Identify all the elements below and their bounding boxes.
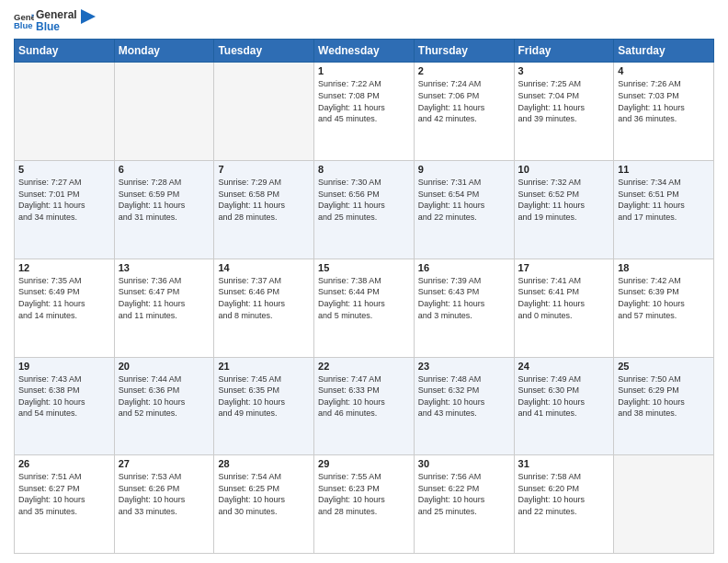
day-number: 16 — [418, 262, 510, 273]
calendar-cell: 2Sunrise: 7:24 AM Sunset: 7:06 PM Daylig… — [414, 63, 514, 161]
calendar-cell: 30Sunrise: 7:56 AM Sunset: 6:22 PM Dayli… — [414, 455, 514, 554]
calendar-cell: 31Sunrise: 7:58 AM Sunset: 6:20 PM Dayli… — [514, 455, 614, 554]
logo-icon: General Blue — [14, 11, 34, 31]
calendar-cell: 5Sunrise: 7:27 AM Sunset: 7:01 PM Daylig… — [15, 161, 115, 259]
calendar-cell: 28Sunrise: 7:54 AM Sunset: 6:25 PM Dayli… — [214, 455, 314, 554]
calendar-cell: 3Sunrise: 7:25 AM Sunset: 7:04 PM Daylig… — [514, 63, 614, 161]
calendar-cell: 12Sunrise: 7:35 AM Sunset: 6:49 PM Dayli… — [15, 259, 115, 357]
header: General Blue General Blue — [14, 9, 714, 33]
day-number: 12 — [18, 262, 110, 273]
day-info: Sunrise: 7:35 AM Sunset: 6:49 PM Dayligh… — [18, 275, 110, 321]
logo-arrow-icon — [81, 9, 96, 24]
day-info: Sunrise: 7:56 AM Sunset: 6:22 PM Dayligh… — [418, 471, 510, 517]
calendar-cell: 18Sunrise: 7:42 AM Sunset: 6:39 PM Dayli… — [614, 259, 714, 357]
day-info: Sunrise: 7:38 AM Sunset: 6:44 PM Dayligh… — [318, 275, 410, 321]
calendar-cell: 23Sunrise: 7:48 AM Sunset: 6:32 PM Dayli… — [414, 357, 514, 455]
day-number: 7 — [218, 164, 310, 175]
day-header-tuesday: Tuesday — [214, 40, 314, 63]
day-number: 24 — [518, 361, 610, 372]
day-number: 29 — [318, 458, 410, 469]
day-number: 8 — [318, 164, 410, 175]
day-number: 14 — [218, 262, 310, 273]
day-number: 26 — [18, 458, 110, 469]
day-number: 3 — [518, 65, 610, 76]
calendar-cell: 9Sunrise: 7:31 AM Sunset: 6:54 PM Daylig… — [414, 161, 514, 259]
week-row-0: 1Sunrise: 7:22 AM Sunset: 7:08 PM Daylig… — [15, 63, 714, 161]
calendar-cell: 15Sunrise: 7:38 AM Sunset: 6:44 PM Dayli… — [314, 259, 415, 357]
calendar-cell: 7Sunrise: 7:29 AM Sunset: 6:58 PM Daylig… — [214, 161, 314, 259]
calendar-cell: 21Sunrise: 7:45 AM Sunset: 6:35 PM Dayli… — [214, 357, 314, 455]
day-number: 17 — [518, 262, 610, 273]
day-number: 4 — [618, 65, 710, 76]
day-number: 27 — [119, 458, 210, 469]
day-info: Sunrise: 7:44 AM Sunset: 6:36 PM Dayligh… — [119, 373, 210, 419]
calendar-header-row: SundayMondayTuesdayWednesdayThursdayFrid… — [15, 40, 714, 63]
day-number: 30 — [418, 458, 510, 469]
day-info: Sunrise: 7:43 AM Sunset: 6:38 PM Dayligh… — [18, 373, 110, 419]
calendar-cell: 8Sunrise: 7:30 AM Sunset: 6:56 PM Daylig… — [314, 161, 415, 259]
logo: General Blue General Blue — [14, 9, 96, 33]
day-number: 25 — [618, 361, 710, 372]
day-number: 19 — [18, 361, 110, 372]
day-number: 28 — [218, 458, 310, 469]
day-number: 23 — [418, 361, 510, 372]
day-info: Sunrise: 7:27 AM Sunset: 7:01 PM Dayligh… — [18, 177, 110, 223]
day-number: 22 — [318, 361, 410, 372]
day-info: Sunrise: 7:26 AM Sunset: 7:03 PM Dayligh… — [618, 78, 710, 124]
day-number: 20 — [119, 361, 210, 372]
day-info: Sunrise: 7:25 AM Sunset: 7:04 PM Dayligh… — [518, 78, 610, 124]
day-info: Sunrise: 7:41 AM Sunset: 6:41 PM Dayligh… — [518, 275, 610, 321]
logo-text-blue: Blue — [36, 21, 77, 33]
svg-marker-3 — [81, 9, 96, 24]
day-info: Sunrise: 7:54 AM Sunset: 6:25 PM Dayligh… — [218, 471, 310, 517]
day-number: 21 — [218, 361, 310, 372]
calendar-table: SundayMondayTuesdayWednesdayThursdayFrid… — [14, 39, 714, 554]
calendar-cell: 22Sunrise: 7:47 AM Sunset: 6:33 PM Dayli… — [314, 357, 415, 455]
day-info: Sunrise: 7:28 AM Sunset: 6:59 PM Dayligh… — [119, 177, 210, 223]
calendar-cell: 19Sunrise: 7:43 AM Sunset: 6:38 PM Dayli… — [15, 357, 115, 455]
day-number: 13 — [119, 262, 210, 273]
week-row-1: 5Sunrise: 7:27 AM Sunset: 7:01 PM Daylig… — [15, 161, 714, 259]
day-number: 6 — [119, 164, 210, 175]
calendar-cell: 11Sunrise: 7:34 AM Sunset: 6:51 PM Dayli… — [614, 161, 714, 259]
day-number: 2 — [418, 65, 510, 76]
calendar-cell: 16Sunrise: 7:39 AM Sunset: 6:43 PM Dayli… — [414, 259, 514, 357]
calendar-cell: 14Sunrise: 7:37 AM Sunset: 6:46 PM Dayli… — [214, 259, 314, 357]
day-info: Sunrise: 7:47 AM Sunset: 6:33 PM Dayligh… — [318, 373, 410, 419]
calendar-cell — [114, 63, 214, 161]
day-header-sunday: Sunday — [15, 40, 115, 63]
day-header-thursday: Thursday — [414, 40, 514, 63]
week-row-2: 12Sunrise: 7:35 AM Sunset: 6:49 PM Dayli… — [15, 259, 714, 357]
day-info: Sunrise: 7:22 AM Sunset: 7:08 PM Dayligh… — [318, 78, 410, 124]
day-number: 1 — [318, 65, 410, 76]
day-info: Sunrise: 7:55 AM Sunset: 6:23 PM Dayligh… — [318, 471, 410, 517]
day-info: Sunrise: 7:29 AM Sunset: 6:58 PM Dayligh… — [218, 177, 310, 223]
calendar-cell: 27Sunrise: 7:53 AM Sunset: 6:26 PM Dayli… — [114, 455, 214, 554]
day-header-wednesday: Wednesday — [314, 40, 415, 63]
day-info: Sunrise: 7:51 AM Sunset: 6:27 PM Dayligh… — [18, 471, 110, 517]
day-number: 18 — [618, 262, 710, 273]
calendar-cell: 10Sunrise: 7:32 AM Sunset: 6:52 PM Dayli… — [514, 161, 614, 259]
day-number: 15 — [318, 262, 410, 273]
day-info: Sunrise: 7:37 AM Sunset: 6:46 PM Dayligh… — [218, 275, 310, 321]
svg-text:Blue: Blue — [14, 20, 33, 30]
calendar-cell: 20Sunrise: 7:44 AM Sunset: 6:36 PM Dayli… — [114, 357, 214, 455]
calendar-cell: 17Sunrise: 7:41 AM Sunset: 6:41 PM Dayli… — [514, 259, 614, 357]
calendar-cell — [614, 455, 714, 554]
day-info: Sunrise: 7:30 AM Sunset: 6:56 PM Dayligh… — [318, 177, 410, 223]
calendar-cell: 24Sunrise: 7:49 AM Sunset: 6:30 PM Dayli… — [514, 357, 614, 455]
day-info: Sunrise: 7:45 AM Sunset: 6:35 PM Dayligh… — [218, 373, 310, 419]
calendar-cell — [15, 63, 115, 161]
day-info: Sunrise: 7:36 AM Sunset: 6:47 PM Dayligh… — [119, 275, 210, 321]
calendar-cell — [214, 63, 314, 161]
page: General Blue General Blue SundayMondayTu… — [0, 0, 728, 563]
day-number: 5 — [18, 164, 110, 175]
day-number: 10 — [518, 164, 610, 175]
day-info: Sunrise: 7:58 AM Sunset: 6:20 PM Dayligh… — [518, 471, 610, 517]
day-info: Sunrise: 7:50 AM Sunset: 6:29 PM Dayligh… — [618, 373, 710, 419]
calendar-cell: 4Sunrise: 7:26 AM Sunset: 7:03 PM Daylig… — [614, 63, 714, 161]
calendar-cell: 1Sunrise: 7:22 AM Sunset: 7:08 PM Daylig… — [314, 63, 415, 161]
day-number: 11 — [618, 164, 710, 175]
calendar-cell: 25Sunrise: 7:50 AM Sunset: 6:29 PM Dayli… — [614, 357, 714, 455]
day-info: Sunrise: 7:34 AM Sunset: 6:51 PM Dayligh… — [618, 177, 710, 223]
